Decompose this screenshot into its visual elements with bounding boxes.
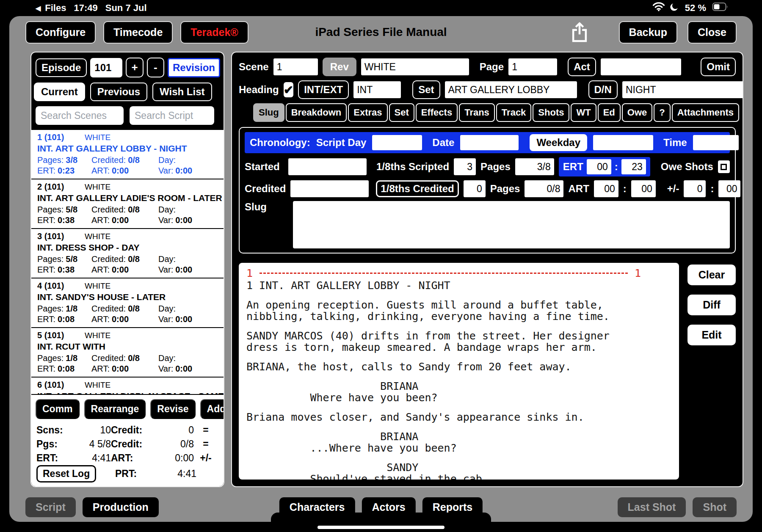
variance-minutes-input[interactable] (718, 180, 740, 197)
slug-textarea[interactable] (293, 201, 730, 248)
pages-scripted-input[interactable] (515, 158, 554, 175)
pages-credited-input[interactable] (525, 180, 563, 197)
scene-list-item[interactable]: 2 (101) WHITE INT. ART GALLERY LADIE'S R… (31, 179, 224, 229)
script-preview[interactable]: 1 1 1 INT. ART GALLERY LOBBY - NIGHT An … (239, 263, 679, 480)
script-side-button[interactable]: Clear (687, 265, 736, 285)
eighths-credited-input[interactable] (464, 180, 486, 197)
scene-list-item[interactable]: 4 (101) WHITE INT. SANDY'S HOUSE - LATER… (31, 278, 224, 328)
bottom-toolbar-button[interactable]: Shot (693, 497, 737, 517)
owe-shots-label: Owe Shots (661, 161, 713, 173)
search-script-input[interactable] (130, 106, 214, 125)
variance-hours-input[interactable] (684, 180, 706, 197)
revision-button[interactable]: Revision (168, 58, 220, 77)
scene-number-input[interactable] (273, 58, 318, 75)
editor-tab[interactable]: Ed (598, 103, 621, 122)
bottom-toolbar-button[interactable]: Production (83, 497, 159, 517)
int-ext-input[interactable] (353, 81, 401, 98)
episode-button[interactable]: Episode (36, 58, 87, 77)
script-side-button[interactable]: Diff (687, 295, 736, 315)
rev-button[interactable]: Rev (323, 58, 356, 76)
episode-number-input[interactable] (90, 58, 122, 77)
script-side-button[interactable]: Edit (687, 325, 736, 345)
art-hours-input[interactable] (594, 180, 618, 197)
scene-list-item[interactable]: 6 (101) WHITE INT. ART GALLERY DISPLAY S… (31, 378, 224, 394)
ert-hours-input[interactable] (587, 159, 611, 174)
reset-log-button[interactable]: Reset Log (36, 465, 96, 482)
day-night-input[interactable] (622, 81, 743, 98)
act-input[interactable] (601, 58, 681, 75)
act-button[interactable]: Act (568, 58, 596, 76)
back-to-app-icon[interactable]: ◀ (36, 4, 41, 12)
bottom-toolbar-button[interactable]: Script (25, 497, 76, 517)
backup-button[interactable]: Backup (619, 21, 677, 44)
set-button[interactable]: Set (412, 80, 440, 99)
editor-tab[interactable]: Shots (533, 103, 569, 122)
scene-list-item[interactable]: 1 (101) WHITE INT. ART GALLERY LOBBY - N… (31, 130, 224, 179)
scene-art-value: 0:00 (112, 364, 129, 373)
credited-input[interactable] (290, 180, 369, 197)
editor-tab[interactable]: Attachments (672, 103, 739, 122)
editor-tab[interactable]: WT (571, 103, 596, 122)
heading-checkbox[interactable]: ✔ (284, 82, 293, 97)
scene-ert-value: 0:38 (58, 215, 75, 225)
set-input[interactable] (445, 81, 577, 98)
weekday-button[interactable]: Weekday (530, 134, 587, 151)
summary-row: Pgs:4 5/8 Credit:0/8 =4 5/8 (36, 437, 220, 451)
editor-tab[interactable]: Extras (348, 103, 387, 122)
editor-tab[interactable]: Effects (416, 103, 458, 122)
configure-button[interactable]: Configure (25, 21, 96, 44)
timecode-button[interactable]: Timecode (103, 21, 173, 44)
back-to-app-label[interactable]: Files (45, 3, 66, 14)
scene-list-item[interactable]: 5 (101) WHITE INT. RCUT WITH Pages:1/8 C… (31, 328, 224, 378)
scene-ert-value: 0:08 (58, 364, 75, 373)
close-button[interactable]: Close (687, 21, 737, 44)
date-input[interactable] (460, 135, 519, 150)
editor-tab[interactable]: Owe (622, 103, 652, 122)
search-scenes-input[interactable] (36, 106, 124, 125)
started-input[interactable] (288, 158, 367, 175)
scene-action-button[interactable]: Rearrange (84, 399, 146, 419)
bottom-toolbar-button[interactable]: Last Shot (618, 497, 686, 517)
scene-list-tab[interactable]: Wish List (152, 83, 212, 101)
scene-revision-color: WHITE (85, 331, 110, 340)
script-day-input[interactable] (372, 135, 422, 150)
editor-tab[interactable]: Breakdown (286, 103, 347, 122)
revision-color-input[interactable] (361, 58, 469, 75)
teradek-button[interactable]: Teradek® (180, 21, 248, 44)
editor-tab[interactable]: Track (496, 103, 532, 122)
eighths-scripted-input[interactable] (454, 158, 476, 175)
editor-tab[interactable]: ? (654, 103, 670, 122)
int-ext-button[interactable]: INT/EXT (298, 80, 349, 99)
eighths-credited-button[interactable]: 1/8ths Credited (376, 180, 458, 197)
home-indicator[interactable] (318, 526, 444, 529)
scene-credited-value: 0/8 (128, 304, 140, 313)
owe-shots-checkbox[interactable] (718, 160, 730, 173)
scene-number: 1 (101) (37, 132, 85, 142)
scene-number: 3 (101) (37, 232, 85, 241)
share-icon[interactable] (571, 22, 588, 43)
episode-decrement-button[interactable]: - (147, 58, 164, 77)
page-number-right: 1 (635, 267, 641, 279)
omit-button[interactable]: Omit (701, 58, 736, 76)
day-night-button[interactable]: D/N (588, 80, 618, 99)
editor-tab[interactable]: Set (389, 103, 414, 122)
scene-action-button[interactable]: Revise (150, 399, 195, 419)
time-input[interactable] (693, 135, 739, 150)
scene-list-tab[interactable]: Current (34, 83, 85, 101)
episode-increment-button[interactable]: + (126, 58, 143, 77)
scene-list-tab[interactable]: Previous (90, 83, 147, 101)
art-minutes-input[interactable] (631, 180, 656, 197)
weekday-input[interactable] (593, 135, 653, 150)
scene-number: 6 (101) (37, 380, 85, 390)
script-line (246, 423, 677, 431)
scene-stats-row: Pages:1/8 Credited:0/8 Day: (37, 304, 220, 314)
summary-row: ERT:4:41 ART:0:00 +/-4:41 (36, 451, 220, 465)
scene-list-item[interactable]: 3 (101) WHITE INT. DRESS SHOP - DAY Page… (31, 229, 224, 278)
ert-minutes-input[interactable] (621, 159, 646, 174)
chronology-bar: Chronology: Script Day Date Weekday Time (245, 132, 730, 153)
scene-action-button[interactable]: Comm (36, 399, 80, 419)
editor-tab[interactable]: Slug (253, 103, 284, 122)
scene-action-button[interactable]: Add (200, 399, 224, 419)
editor-tab[interactable]: Trans (459, 103, 495, 122)
page-input[interactable] (508, 58, 557, 75)
